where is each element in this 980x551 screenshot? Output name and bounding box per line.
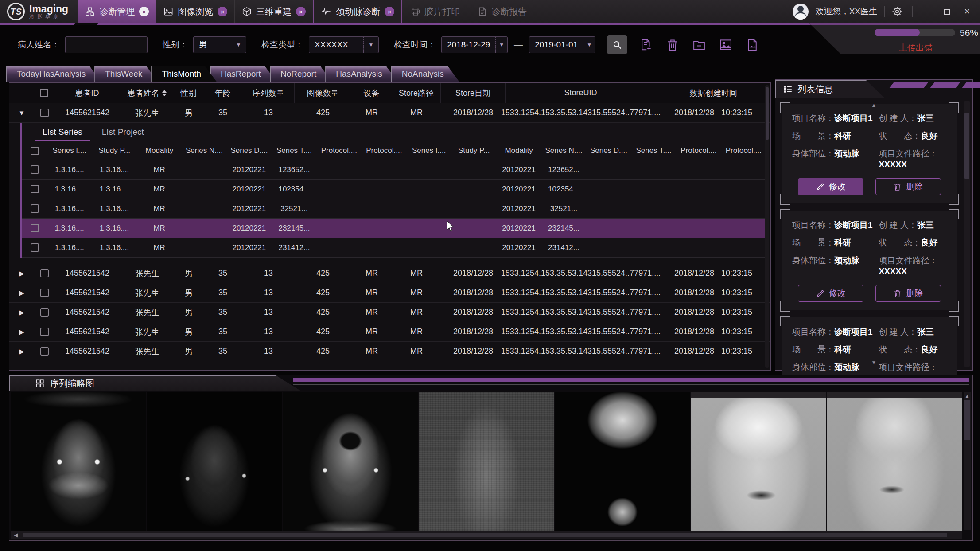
patient-name-input[interactable]	[65, 36, 148, 53]
scroll-down-icon[interactable]: ▼	[775, 360, 972, 366]
detail-tab[interactable]: LIst Project	[94, 123, 152, 141]
add-record-button[interactable]	[638, 37, 654, 53]
row-checkbox[interactable]	[40, 109, 49, 117]
tab-carotid-diagnosis[interactable]: 颈动脉诊断 ×	[313, 0, 402, 23]
gender-select[interactable]: 男 ▼	[193, 36, 246, 53]
view-tab[interactable]: HasReport	[210, 66, 277, 82]
date-to-value: 2019-01-01	[529, 40, 583, 50]
张先生[interactable]: ▶ 1455621542 张先生 男 35 13 425 MR MR 2018/…	[9, 322, 770, 342]
delete-button[interactable]	[665, 37, 681, 53]
minimize-button[interactable]: —	[920, 6, 933, 17]
series-row-checkbox[interactable]	[31, 243, 39, 252]
collapse-arrow-icon[interactable]: ▼	[19, 109, 25, 117]
tab-label: 三维重建	[256, 6, 292, 18]
open-folder-button[interactable]	[691, 37, 707, 53]
select-all-checkbox[interactable]	[40, 89, 48, 97]
maximize-button[interactable]	[940, 9, 953, 15]
date-to-select[interactable]: 2019-01-01 ▼	[529, 36, 595, 53]
action-film-print[interactable]: 胶片打印	[402, 0, 469, 23]
sort-icon[interactable]	[162, 90, 167, 96]
date-from-select[interactable]: 2018-12-29 ▼	[441, 36, 508, 53]
list-info-scrollbar[interactable]	[964, 101, 970, 367]
series-column-header: Series D....	[586, 146, 631, 155]
patient-row-expanded[interactable]: ▼ 1455621542 张先生 男 35 13 425 MR MR 2018/…	[9, 103, 770, 123]
张先生[interactable]: ▶ 1455621542 张先生 男 35 13 425 MR MR 2018/…	[9, 264, 770, 283]
mri-thumbnail-noisy-4[interactable]	[419, 392, 554, 531]
image-view-button[interactable]	[718, 37, 734, 53]
search-button[interactable]	[607, 35, 627, 54]
detail-tab[interactable]: LIst Series	[35, 123, 90, 141]
row-checkbox[interactable]	[40, 289, 49, 297]
stripe-notch	[74, 23, 99, 25]
mri-thumbnail-coronal-6[interactable]	[691, 392, 826, 531]
scroll-left-icon[interactable]: ◀	[14, 532, 18, 538]
series-select-all-checkbox[interactable]	[31, 147, 39, 155]
tab-close-icon[interactable]: ×	[218, 7, 227, 16]
series-row-checkbox[interactable]	[31, 185, 39, 193]
series-row[interactable]: 1.3.16....1.3.16....MR 20120221231412...…	[22, 238, 766, 258]
view-tab[interactable]: ThisWeek	[94, 66, 158, 82]
settings-gear-icon[interactable]	[892, 6, 905, 17]
series-row-checkbox[interactable]	[31, 204, 39, 213]
expand-arrow-icon[interactable]: ▶	[19, 328, 24, 336]
edit-button[interactable]: 修改	[798, 178, 863, 195]
series-row[interactable]: 1.3.16....1.3.16....MR 20120221232145...…	[22, 219, 766, 238]
tab-label: 颈动脉诊断	[336, 6, 380, 18]
upload-progress-bar	[875, 29, 955, 36]
series-row[interactable]: 1.3.16....1.3.16....MR 2012022132521... …	[22, 199, 766, 219]
tab-image-browse[interactable]: 图像浏览 ×	[156, 0, 235, 23]
exam-type-value: XXXXXX	[309, 40, 354, 50]
trash-icon	[893, 183, 902, 191]
mri-thumbnail-axial-1[interactable]	[11, 392, 146, 531]
series-row-checkbox[interactable]	[31, 224, 39, 232]
row-checkbox[interactable]	[40, 328, 49, 336]
exam-type-select[interactable]: XXXXXX ▼	[309, 36, 379, 53]
series-row[interactable]: 1.3.16....1.3.16....MR 20120221123652...…	[22, 160, 766, 180]
series-column-header: Study P...	[451, 146, 496, 155]
action-diagnosis-report[interactable]: 诊断报告	[469, 0, 536, 23]
close-button[interactable]: ×	[961, 6, 974, 17]
image-report-button[interactable]	[744, 37, 760, 53]
delete-button[interactable]: 删除	[875, 178, 941, 195]
thumbnail-vertical-scrollbar[interactable]: ▲	[964, 392, 971, 530]
series-row-checkbox[interactable]	[31, 165, 39, 174]
row-checkbox[interactable]	[40, 347, 49, 356]
张先生[interactable]: ▶ 1455621542 张先生 男 35 13 425 MR MR 2018/…	[9, 303, 770, 322]
chevron-down-icon: ▼	[583, 37, 595, 53]
scroll-up-icon[interactable]: ▲	[964, 393, 971, 399]
delete-button[interactable]: 删除	[875, 285, 941, 302]
view-tab[interactable]: ThisMonth	[151, 66, 217, 82]
tab-diagnosis-management[interactable]: 诊断管理 ×	[78, 0, 156, 23]
张先生[interactable]: ▶ 1455621542 张先生 男 35 13 425 MR MR 2018/…	[9, 342, 770, 361]
row-checkbox[interactable]	[40, 308, 49, 317]
tab-close-icon[interactable]: ×	[139, 7, 149, 16]
view-tab[interactable]: NoAnalysis	[391, 66, 460, 82]
view-tab[interactable]: NoReport	[270, 66, 332, 82]
deco-slash	[962, 82, 980, 88]
tab-close-icon[interactable]: ×	[296, 7, 306, 16]
table-scrollbar[interactable]	[765, 85, 769, 368]
row-checkbox[interactable]	[40, 269, 49, 277]
list-info-panel: 列表信息 项目名称：诊断项目1 创 建 人：张三 场 景：科研 状 态：良好 身…	[775, 79, 973, 371]
series-row[interactable]: 1.3.16....1.3.16....MR 20120221102354...…	[22, 180, 766, 199]
tab-3d-reconstruction[interactable]: 三维重建 ×	[235, 0, 313, 23]
expand-arrow-icon[interactable]: ▶	[19, 309, 24, 317]
expand-arrow-icon[interactable]: ▶	[19, 348, 24, 356]
edit-button[interactable]: 修改	[798, 285, 863, 302]
trash-icon	[893, 289, 902, 298]
chevron-down-icon: ▼	[231, 37, 246, 53]
expand-arrow-icon[interactable]: ▶	[19, 270, 24, 277]
view-tab[interactable]: HasAnalysis	[325, 66, 398, 82]
张先生[interactable]: ▶ 1455621542 张先生 男 35 13 425 MR MR 2018/…	[9, 283, 770, 303]
mri-thumbnail-axial-2[interactable]	[147, 392, 282, 531]
thumbnail-horizontal-scrollbar[interactable]: ◀	[11, 531, 962, 539]
tab-close-icon[interactable]: ×	[385, 7, 394, 16]
mri-thumbnail-coronal-7[interactable]	[827, 392, 962, 531]
user-avatar[interactable]	[793, 4, 809, 20]
view-tab[interactable]: TodayHasAnalysis	[6, 66, 101, 82]
mri-thumbnail-coronal-5[interactable]	[555, 392, 690, 531]
scroll-up-icon[interactable]: ▲	[775, 102, 972, 108]
project-card: 项目名称：诊断项目1 创 建 人：张三 场 景：科研 状 态：良好 身体部位：颈…	[782, 104, 957, 203]
expand-arrow-icon[interactable]: ▶	[19, 289, 24, 297]
mri-thumbnail-axial-3[interactable]	[283, 392, 418, 531]
